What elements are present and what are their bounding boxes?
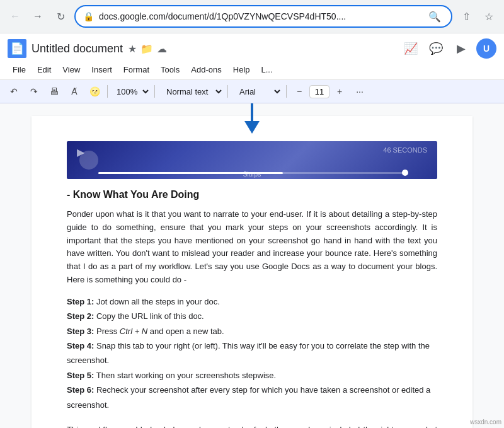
doc-page: ▶ 46 SECONDS Slurps - Know What You Are … [32, 116, 472, 428]
menu-addons[interactable]: Add-ons [186, 62, 226, 77]
paragraph-2-prefix: This workflow would also help you keep a… [67, 425, 437, 428]
lock-icon: 🔒 [83, 11, 94, 21]
back-button[interactable]: ← [6, 8, 24, 25]
paragraph-2: This workflow would also help you keep a… [67, 424, 437, 428]
menu-more[interactable]: L... [256, 62, 278, 77]
refresh-button[interactable]: ↻ [52, 8, 69, 25]
print-button[interactable]: 🖶 [45, 83, 63, 100]
step-5-label: Step 5: [67, 371, 94, 380]
doc-title[interactable]: Untitled document [32, 42, 123, 55]
watermark: wsxdn.com [470, 419, 501, 425]
step-5: Step 5: Then start working on your scree… [67, 368, 437, 383]
forward-button[interactable]: → [29, 8, 47, 25]
menu-edit[interactable]: Edit [32, 62, 56, 77]
step-5-text: Then start working on your screenshots s… [94, 371, 276, 380]
avatar[interactable]: U [476, 38, 496, 59]
step-6: Step 6: Recheck your screenshot after ev… [67, 383, 437, 412]
step-6-text: Recheck your screenshot after every step… [67, 385, 430, 409]
menu-format[interactable]: Format [118, 62, 154, 77]
cloud-icon[interactable]: ☁ [157, 43, 167, 55]
comment-button[interactable]: 💬 [426, 38, 446, 59]
progress-dot [402, 170, 408, 176]
toolbar-divider-4 [286, 85, 287, 98]
font-size-input[interactable] [309, 85, 329, 98]
folder-icon[interactable]: 📁 [140, 43, 153, 55]
step-6-label: Step 6: [67, 385, 94, 395]
docs-menu: File Edit View Insert Format Tools Add-o… [8, 61, 496, 79]
step-2-text: Copy the URL link of this doc. [94, 311, 203, 321]
toolbar: ↶ ↷ 🖶 A​̌ 🌝 100% Normal text Arial − + ·… [0, 80, 504, 103]
chart-button[interactable]: 📈 [401, 38, 421, 59]
header-right: 📈 💬 ▶ U [401, 38, 496, 59]
star-icon[interactable]: ★ [128, 43, 137, 55]
paint-format-button[interactable]: 🌝 [86, 83, 103, 100]
docs-header: 📄 Untitled document ★ 📁 ☁ 📈 💬 ▶ U File E… [0, 33, 504, 80]
step-3: Step 3: Press Ctrl + N and open a new ta… [67, 324, 437, 338]
play-icon: ▶ [77, 146, 84, 158]
doc-embedded-image: ▶ 46 SECONDS Slurps [67, 141, 437, 179]
search-icon-button[interactable]: 🔍 [426, 8, 444, 25]
step-4-text: Snap this tab to your right (or left). T… [67, 341, 430, 365]
bookmark-button[interactable]: ☆ [480, 8, 498, 25]
present-button[interactable]: ▶ [451, 38, 471, 59]
step-2: Step 2: Copy the URL link of this doc. [67, 309, 437, 323]
docs-title-row: 📄 Untitled document ★ 📁 ☁ 📈 💬 ▶ U [8, 36, 496, 61]
browser-nav-bar: ← → ↻ 🔒 🔍 ⇧ ☆ [0, 0, 504, 33]
step-2-label: Step 2: [67, 311, 94, 321]
doc-container: ▶ 46 SECONDS Slurps - Know What You Are … [0, 103, 504, 428]
menu-tools[interactable]: Tools [156, 62, 185, 77]
image-label: Slurps [243, 171, 261, 178]
toolbar-divider-1 [107, 85, 108, 98]
toolbar-divider-3 [227, 85, 228, 98]
step-3-text: Press Ctrl + N and open a new tab. [94, 327, 224, 336]
menu-view[interactable]: View [57, 62, 85, 77]
arrow-shaft [251, 103, 253, 122]
url-input[interactable] [99, 11, 421, 21]
font-size-decrease-button[interactable]: − [290, 83, 308, 100]
redo-button[interactable]: ↷ [25, 83, 43, 100]
arrow-annotation [244, 103, 260, 134]
share-button[interactable]: ⇧ [457, 8, 475, 25]
docs-logo: 📄 [8, 39, 26, 58]
timestamp: 46 SECONDS [383, 146, 427, 154]
address-bar[interactable]: 🔒 🔍 [74, 5, 452, 28]
paragraph-style-select[interactable]: Normal text [159, 85, 224, 98]
step-1-text: Jot down all the steps in your doc. [94, 297, 219, 306]
font-select[interactable]: Arial [232, 85, 282, 98]
undo-button[interactable]: ↶ [5, 83, 23, 100]
more-options-button[interactable]: ··· [351, 83, 369, 100]
menu-file[interactable]: File [8, 62, 31, 77]
paragraph-1: Ponder upon what is it that you want to … [67, 208, 437, 287]
browser-chrome: ← → ↻ 🔒 🔍 ⇧ ☆ [0, 0, 504, 33]
step-1: Step 1: Jot down all the steps in your d… [67, 294, 437, 309]
arrow-head [244, 121, 260, 134]
spellcheck-button[interactable]: A​̌ [66, 83, 83, 100]
zoom-select[interactable]: 100% [112, 85, 151, 98]
menu-insert[interactable]: Insert [86, 62, 117, 77]
step-4: Step 4: Snap this tab to your right (or … [67, 338, 437, 368]
menu-help[interactable]: Help [228, 62, 255, 77]
step-3-label: Step 3: [67, 327, 94, 336]
section-heading: - Know What You Are Doing [67, 189, 437, 200]
steps-list: Step 1: Jot down all the steps in your d… [67, 294, 437, 412]
step-1-label: Step 1: [67, 297, 94, 306]
font-size-increase-button[interactable]: + [331, 83, 348, 100]
font-size-area: − + [290, 83, 348, 100]
toolbar-divider-2 [154, 85, 155, 98]
title-icons: ★ 📁 ☁ [128, 43, 167, 55]
step-4-label: Step 4: [67, 341, 94, 350]
